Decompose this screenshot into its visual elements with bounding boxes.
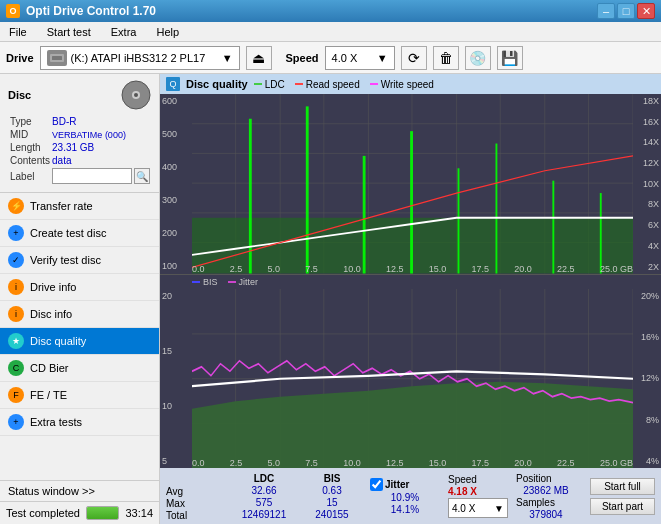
progress-bar-fill [87,507,118,519]
sidebar-item-fe-te[interactable]: F FE / TE [0,382,159,409]
refresh-button[interactable]: ⟳ [401,46,427,70]
bis-header: BIS [302,473,362,484]
avg-label: Avg [166,486,226,497]
menu-start-test[interactable]: Start test [42,24,96,40]
y-axis-left-bottom: 20 15 10 5 [160,289,192,469]
drive-value: (K:) ATAPI iHBS312 2 PL17 [71,52,206,64]
x-axis-bottom: 0.0 2.5 5.0 7.5 10.0 12.5 15.0 17.5 20.0… [192,458,633,468]
disc-burn-button[interactable]: 💿 [465,46,491,70]
toolbar: Drive (K:) ATAPI iHBS312 2 PL17 ▼ ⏏ Spee… [0,42,661,74]
chart-icon: Q [166,77,180,91]
sidebar-item-create-test-disc[interactable]: + Create test disc [0,220,159,247]
save-button[interactable]: 💾 [497,46,523,70]
top-chart: 600 500 400 300 200 100 18X 16X 14X 12X … [160,94,661,275]
avg-jitter: 10.9% [370,492,440,503]
start-part-button[interactable]: Start part [590,498,655,515]
y-axis-right-bottom: 20% 16% 12% 8% 4% [633,289,661,469]
disc-panel-label: Disc [8,89,31,101]
x-axis-top: 0.0 2.5 5.0 7.5 10.0 12.5 15.0 17.5 20.0… [192,264,633,274]
sidebar-label-fe-te: FE / TE [30,389,67,401]
label-button[interactable]: 🔍 [134,168,150,184]
max-ldc: 575 [234,497,294,508]
sidebar-item-transfer-rate[interactable]: ⚡ Transfer rate [0,193,159,220]
stats-bar: Avg Max Total LDC 32.66 575 12469121 BIS… [160,468,661,524]
minimize-button[interactable]: – [597,3,615,19]
bottom-chart-legend: BIS Jitter [160,275,661,289]
maximize-button[interactable]: □ [617,3,635,19]
write-legend-label: Write speed [381,79,434,90]
menu-file[interactable]: File [4,24,32,40]
sidebar-item-disc-info[interactable]: i Disc info [0,301,159,328]
status-window-button[interactable]: Status window >> [0,481,159,502]
jitter-legend-dot [228,281,236,283]
total-ldc: 12469121 [234,509,294,520]
menu-help[interactable]: Help [151,24,184,40]
jitter-checkbox[interactable] [370,478,383,491]
jitter-header: Jitter [385,479,409,490]
sidebar-label-drive-info: Drive info [30,281,76,293]
eject-button[interactable]: ⏏ [246,46,272,70]
sidebar-label-disc-info: Disc info [30,308,72,320]
progress-bar [86,506,119,520]
sidebar-item-cd-bier[interactable]: C CD Bier [0,355,159,382]
mid-value: VERBATIMe (000) [52,129,150,140]
svg-rect-23 [363,156,366,274]
start-full-button[interactable]: Start full [590,478,655,495]
menu-extra[interactable]: Extra [106,24,142,40]
stats-bis-col: BIS 0.63 15 240155 [302,473,362,520]
sidebar-menu: ⚡ Transfer rate + Create test disc ✓ Ver… [0,193,159,480]
stats-position-col: Position 23862 MB Samples 379804 [516,473,576,520]
verify-test-disc-icon: ✓ [8,252,24,268]
stats-ldc-col: LDC 32.66 575 12469121 [234,473,294,520]
stats-jitter-col: Jitter 10.9% 14.1% [370,478,440,515]
disc-info-table: Type BD-R MID VERBATIMe (000) Length 23.… [8,114,152,186]
disc-image [121,80,151,110]
sidebar-item-disc-quality[interactable]: ★ Disc quality [0,328,159,355]
speed-selector[interactable]: 4.0 X ▼ [325,46,395,70]
disc-quality-icon: ★ [8,333,24,349]
drive-selector[interactable]: (K:) ATAPI iHBS312 2 PL17 ▼ [40,46,240,70]
svg-rect-28 [600,193,602,273]
ldc-legend-dot [254,83,262,85]
read-legend-dot [295,83,303,85]
sidebar-item-extra-tests[interactable]: + Extra tests [0,409,159,436]
sidebar-item-drive-info[interactable]: i Drive info [0,274,159,301]
start-buttons: Start full Start part [590,478,655,515]
disc-info-icon: i [8,306,24,322]
create-test-disc-icon: + [8,225,24,241]
length-label: Length [10,142,50,153]
window-controls: – □ ✕ [597,3,655,19]
stats-row-labels: Avg Max Total [166,471,226,521]
sidebar-label-transfer-rate: Transfer rate [30,200,93,212]
status-window-label: Status window >> [8,485,95,497]
chart-title: Disc quality [186,78,248,90]
speed-dropdown[interactable]: 4.0 X ▼ [448,498,508,518]
disc-erase-button[interactable]: 🗑 [433,46,459,70]
write-legend: Write speed [370,79,434,90]
ldc-legend: LDC [254,79,285,90]
ldc-header: LDC [234,473,294,484]
title-bar: O Opti Drive Control 1.70 – □ ✕ [0,0,661,22]
disc-panel: Disc Type BD-R MID VERBATIMe (000) [0,74,159,193]
contents-value: data [52,155,150,166]
jitter-legend: Jitter [228,277,259,287]
speed-col-value: 4.18 X [448,486,508,497]
svg-marker-42 [192,381,633,468]
total-bis: 240155 [302,509,362,520]
sidebar-item-verify-test-disc[interactable]: ✓ Verify test disc [0,247,159,274]
bottom-chart: 20 15 10 5 20% 16% 12% 8% 4% [160,289,661,469]
label-input[interactable] [52,168,132,184]
status-bar: Status window >> Test completed 33:14 [0,480,159,524]
read-legend-label: Read speed [306,79,360,90]
status-progress-area: Test completed 33:14 [0,502,159,524]
position-label: Position [516,473,576,484]
close-button[interactable]: ✕ [637,3,655,19]
svg-rect-24 [410,131,413,273]
max-label: Max [166,498,226,509]
app-icon: O [6,4,20,18]
speed-label: Speed [286,52,319,64]
completed-label: Test completed [6,507,80,519]
position-value: 23862 MB [516,485,576,496]
bis-legend: BIS [192,277,218,287]
svg-rect-1 [52,56,62,60]
